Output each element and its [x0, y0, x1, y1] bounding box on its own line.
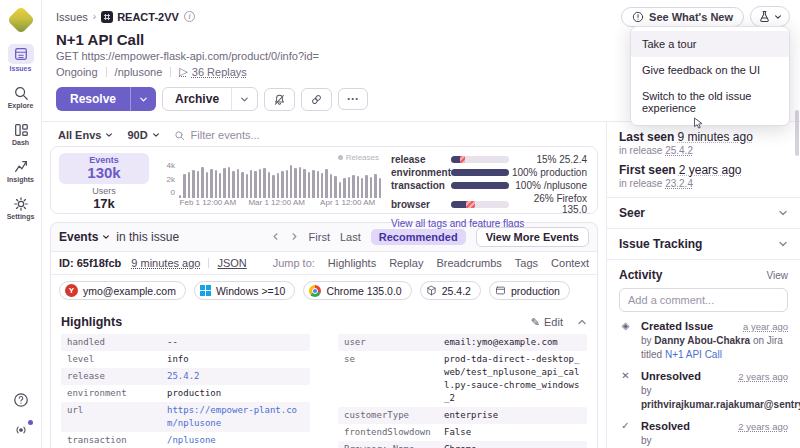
activity-time[interactable]: 2 years ago	[738, 421, 788, 432]
event-timestamp[interactable]: 9 minutes ago	[131, 257, 200, 269]
mute-button[interactable]	[264, 88, 295, 111]
highlight-row: urlhttps://empower-plant.com/nplusone	[61, 402, 310, 432]
archive-button[interactable]: Archive	[162, 87, 258, 111]
browser-tag-chip[interactable]: Chrome 135.0.0	[303, 281, 411, 300]
jump-context[interactable]: Context	[551, 257, 589, 269]
filter-events-search[interactable]	[174, 129, 596, 141]
help-button[interactable]	[13, 392, 29, 412]
last-event-link[interactable]: Last	[340, 231, 361, 243]
jump-replay[interactable]: Replay	[389, 257, 423, 269]
chart-bar	[361, 178, 363, 198]
tag-bar[interactable]	[451, 169, 509, 176]
app-root: Issues Explore Dash Insights Settings	[0, 0, 800, 448]
sentry-logo-icon[interactable]	[6, 6, 34, 34]
whats-new-button[interactable]: See What's New	[621, 7, 744, 27]
sidebar-label: Dash	[12, 139, 29, 146]
chart-bar	[263, 168, 265, 198]
last-seen-time[interactable]: 9 minutes ago	[677, 130, 752, 144]
view-more-events-button[interactable]: View More Events	[476, 227, 589, 247]
sidebar-item-settings[interactable]: Settings	[7, 196, 35, 220]
broadcast-button[interactable]	[13, 422, 29, 442]
release-version-link[interactable]: 23.2.4	[665, 178, 693, 189]
first-event-link[interactable]: First	[309, 231, 330, 243]
sidebar-item-dash[interactable]: Dash	[12, 122, 29, 146]
menu-item-give-feedback[interactable]: Give feedback on the UI	[631, 57, 789, 83]
sidebar-item-explore[interactable]: Explore	[8, 85, 34, 109]
highlight-row: seprod-tda-direct--desktop_web/test_nplu…	[338, 351, 587, 407]
highlight-row: transaction/nplusone	[61, 432, 310, 448]
events-count: 130k	[63, 165, 145, 181]
release-link[interactable]: 25.4.2	[167, 370, 304, 383]
breadcrumb-project[interactable]: REACT-2VV i	[101, 11, 195, 23]
event-id[interactable]: 65f18fcb	[77, 257, 122, 269]
replays-link[interactable]: ▷ 36 Replays	[179, 65, 247, 78]
breadcrumb-issues[interactable]: Issues	[56, 11, 88, 23]
jira-issue-link[interactable]: N+1 API Call	[665, 349, 722, 360]
date-range-filter[interactable]: 90D	[127, 129, 159, 141]
releases-toggle[interactable]: Releases	[338, 153, 379, 162]
edit-highlights-button[interactable]: ✎ Edit	[531, 316, 563, 329]
activity-time[interactable]: a year ago	[743, 321, 788, 332]
tag-bar[interactable]	[451, 156, 509, 163]
activity-time[interactable]: 2 years ago	[738, 371, 788, 382]
chart-bar	[215, 170, 217, 198]
play-icon: ▷	[179, 65, 187, 78]
resolve-button[interactable]: Resolve	[56, 87, 156, 111]
chevron-down-icon	[240, 95, 249, 104]
menu-item-take-a-tour[interactable]: Take a tour	[631, 31, 789, 57]
sidebar-item-insights[interactable]: Insights	[7, 159, 34, 183]
scrollbar-thumb[interactable]	[795, 110, 799, 156]
archive-dropdown[interactable]	[231, 88, 257, 110]
chart-bar	[272, 175, 274, 198]
tag-bar[interactable]	[451, 201, 509, 208]
chart-bar	[334, 176, 336, 198]
seer-section-toggle[interactable]: Seer	[619, 206, 788, 220]
sidebar-item-issues[interactable]: Issues	[8, 44, 34, 72]
megaphone-icon	[632, 11, 644, 23]
chart-bars[interactable]	[179, 161, 381, 198]
os-tag-chip[interactable]: Windows >=10	[194, 281, 295, 300]
resolve-dropdown[interactable]	[130, 87, 156, 111]
mute-icon	[273, 93, 286, 106]
x-axis: Feb 1 12:00 AM Mar 1 12:00 AM Apr 1 12:0…	[159, 198, 381, 209]
comment-box[interactable]	[619, 288, 788, 312]
first-seen-time[interactable]: 2 years ago	[679, 163, 742, 177]
issue-created-icon: ◈	[619, 320, 632, 331]
link-icon	[310, 93, 323, 106]
tag-bar[interactable]	[451, 182, 509, 189]
status-badge[interactable]: Ongoing	[56, 66, 98, 78]
legend-row: environment 100% production	[391, 167, 587, 178]
highlight-row: release25.4.2	[61, 368, 310, 385]
activity-view-link[interactable]: View	[767, 270, 789, 281]
chevron-down-icon	[778, 208, 788, 218]
environment-tag-chip[interactable]: production	[489, 281, 570, 300]
activity-section: Activity View	[619, 268, 788, 282]
release-version-link[interactable]: 25.4.2	[665, 145, 693, 156]
transaction-link[interactable]: /nplusone	[167, 434, 304, 447]
pencil-icon: ✎	[531, 316, 540, 329]
prev-event-button[interactable]	[271, 231, 280, 243]
transaction-name[interactable]: /nplusone	[115, 66, 163, 78]
comment-input[interactable]	[628, 294, 779, 306]
next-event-button[interactable]	[290, 231, 299, 243]
link-button[interactable]	[301, 88, 332, 111]
recommended-event-tab[interactable]: Recommended	[371, 229, 466, 245]
more-actions-button[interactable]: ···	[338, 88, 368, 110]
users-stat-tab[interactable]: Users 17k	[59, 186, 149, 211]
event-json-link[interactable]: JSON	[217, 257, 246, 269]
ui-experiment-button[interactable]	[750, 6, 790, 27]
url-link[interactable]: https://empower-plant.com/nplusone	[167, 404, 304, 430]
events-dropdown[interactable]: Events	[59, 230, 110, 244]
release-tag-chip[interactable]: 25.4.2	[420, 281, 481, 300]
menu-item-switch-old[interactable]: Switch to the old issue experience	[631, 83, 789, 121]
search-input[interactable]	[191, 129, 391, 141]
environment-filter[interactable]: All Envs	[58, 129, 113, 141]
user-tag-chip[interactable]: Y ymo@example.com	[59, 281, 186, 300]
collapse-highlights-button[interactable]	[577, 317, 587, 327]
info-icon[interactable]: i	[184, 11, 195, 22]
jump-highlights[interactable]: Highlights	[328, 257, 376, 269]
jump-tags[interactable]: Tags	[515, 257, 538, 269]
jump-breadcrumbs[interactable]: Breadcrumbs	[436, 257, 501, 269]
events-stat-tab[interactable]: Events 130k	[59, 153, 149, 184]
issue-tracking-toggle[interactable]: Issue Tracking	[619, 237, 788, 251]
